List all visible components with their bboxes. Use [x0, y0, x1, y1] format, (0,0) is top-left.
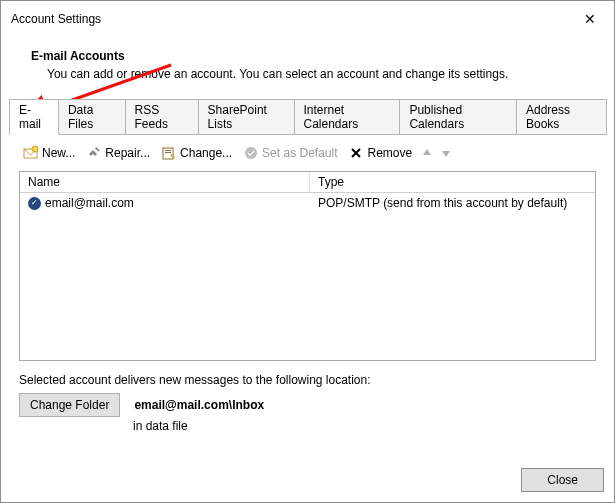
change-label: Change...	[180, 146, 232, 160]
set-default-label: Set as Default	[262, 146, 337, 160]
tab-sharepoint[interactable]: SharePoint Lists	[198, 99, 295, 135]
delivery-folder: email@mail.com\Inbox	[134, 398, 264, 412]
window-title: Account Settings	[11, 12, 101, 26]
repair-icon	[86, 145, 102, 161]
tab-bar: E-mail Data Files RSS Feeds SharePoint L…	[1, 99, 614, 135]
svg-rect-4	[165, 150, 171, 151]
col-name[interactable]: Name	[20, 172, 310, 192]
repair-button[interactable]: Repair...	[82, 143, 154, 163]
account-type: POP/SMTP (send from this account by defa…	[318, 196, 567, 210]
tab-datafiles[interactable]: Data Files	[58, 99, 126, 135]
svg-marker-8	[442, 151, 450, 157]
svg-point-1	[32, 146, 38, 152]
svg-rect-3	[163, 148, 173, 159]
titlebar: Account Settings ✕	[1, 1, 614, 37]
remove-icon	[348, 145, 364, 161]
svg-rect-2	[95, 147, 100, 152]
remove-button[interactable]: Remove	[344, 143, 416, 163]
account-row[interactable]: ✓ email@mail.com POP/SMTP (send from thi…	[20, 193, 595, 213]
new-icon	[23, 145, 39, 161]
move-down-button	[438, 145, 454, 161]
account-name: email@mail.com	[45, 196, 134, 210]
header: E-mail Accounts You can add or remove an…	[1, 37, 614, 99]
footer: Selected account delivers new messages t…	[1, 361, 614, 433]
tab-rssfeeds[interactable]: RSS Feeds	[125, 99, 199, 135]
close-icon: ✕	[584, 11, 596, 27]
svg-marker-7	[423, 149, 431, 155]
delivery-path: email@mail.com\Inbox	[134, 398, 264, 412]
window-close-button[interactable]: ✕	[570, 7, 610, 31]
default-account-icon: ✓	[28, 197, 41, 210]
remove-label: Remove	[367, 146, 412, 160]
close-button[interactable]: Close	[521, 468, 604, 492]
col-type[interactable]: Type	[310, 172, 595, 192]
svg-rect-5	[165, 152, 171, 153]
tab-internetcal[interactable]: Internet Calendars	[294, 99, 401, 135]
tab-email[interactable]: E-mail	[9, 99, 59, 135]
tab-publishedcal[interactable]: Published Calendars	[399, 99, 517, 135]
set-default-button: Set as Default	[239, 143, 341, 163]
repair-label: Repair...	[105, 146, 150, 160]
account-list: Name Type ✓ email@mail.com POP/SMTP (sen…	[19, 171, 596, 361]
check-icon	[243, 145, 259, 161]
heading: E-mail Accounts	[31, 49, 584, 63]
change-button[interactable]: Change...	[157, 143, 236, 163]
tab-addressbooks[interactable]: Address Books	[516, 99, 607, 135]
new-label: New...	[42, 146, 75, 160]
subheading: You can add or remove an account. You ca…	[31, 67, 584, 81]
new-button[interactable]: New...	[19, 143, 79, 163]
delivery-datafile: in data file	[19, 419, 596, 433]
toolbar: New... Repair... Change... Set as Defaul…	[1, 135, 614, 171]
change-icon	[161, 145, 177, 161]
list-header: Name Type	[20, 172, 595, 193]
delivery-text: Selected account delivers new messages t…	[19, 373, 596, 387]
change-folder-button[interactable]: Change Folder	[19, 393, 120, 417]
move-up-button	[419, 145, 435, 161]
